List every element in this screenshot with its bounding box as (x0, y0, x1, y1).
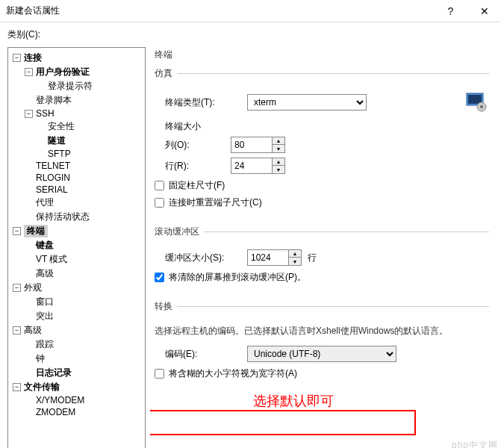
tree-auth[interactable]: 用户身份验证 (36, 66, 90, 78)
tree-adv[interactable]: 高级 (24, 324, 42, 337)
buffer-size-input[interactable] (247, 249, 289, 266)
tree-tunnel[interactable]: 隧道 (48, 134, 66, 147)
tree-proxy[interactable]: 代理 (36, 196, 54, 209)
tree-login-script[interactable]: 登录脚本 (36, 94, 72, 107)
spin-up-icon[interactable]: ▲ (289, 250, 301, 258)
translate-legend: 转换 (155, 300, 177, 313)
cols-label: 列(O): (165, 139, 231, 152)
cols-spinner[interactable]: ▲▼ (231, 137, 285, 153)
rows-input[interactable] (231, 158, 273, 174)
annotation-redbox (150, 410, 416, 435)
terminal-type-select[interactable]: xterm (247, 94, 367, 111)
spin-up-icon[interactable]: ▲ (273, 137, 284, 145)
window-title: 新建会话属性 (6, 4, 434, 17)
svg-point-3 (480, 105, 483, 108)
tree-toggle[interactable]: − (13, 284, 21, 292)
tree-filetransfer[interactable]: 文件传输 (24, 381, 60, 393)
tree-xymodem[interactable]: X/YMODEM (36, 395, 84, 405)
spin-up-icon[interactable]: ▲ (273, 158, 284, 166)
rows-label: 行(R): (165, 160, 231, 172)
tree-appearance[interactable]: 外观 (24, 281, 42, 294)
tree-telnet[interactable]: TELNET (36, 161, 70, 171)
tree-zmodem[interactable]: ZMODEM (36, 407, 75, 417)
ambiguous-wide-label: 将含糊的大小字符视为宽字符(A) (169, 367, 297, 380)
tree-logging[interactable]: 日志记录 (36, 367, 72, 379)
tree-toggle[interactable]: − (13, 326, 21, 335)
rows-spinner[interactable]: ▲▼ (231, 158, 285, 174)
encoding-select[interactable]: Unicode (UTF-8) (247, 346, 396, 362)
fixed-cols-label: 固定柱尺寸(F) (169, 179, 225, 192)
tree-highlight[interactable]: 突出 (36, 310, 54, 323)
cols-input[interactable] (231, 137, 273, 153)
scroll-legend: 滚动缓冲区 (155, 225, 204, 238)
tree-keepalive[interactable]: 保持活动状态 (36, 211, 90, 223)
reset-on-connect-checkbox[interactable] (155, 198, 164, 208)
terminal-size-label: 终端大小 (165, 120, 489, 133)
encoding-label: 编码(E): (165, 348, 247, 361)
push-clear-label: 将清除的屏幕推到滚动缓冲区(P)。 (169, 271, 306, 284)
category-label: 类别(C): (0, 22, 501, 44)
tree-security[interactable]: 安全性 (48, 120, 75, 133)
watermark: php中文网 (452, 439, 498, 448)
spin-down-icon[interactable]: ▼ (289, 258, 301, 265)
spin-down-icon[interactable]: ▼ (273, 166, 284, 173)
tree-toggle[interactable]: − (25, 68, 33, 76)
ambiguous-wide-checkbox[interactable] (155, 369, 164, 379)
tree-advanced[interactable]: 高级 (36, 267, 54, 280)
buffer-unit-label: 行 (308, 252, 317, 264)
terminal-icon (465, 90, 489, 114)
translate-desc: 选择远程主机的编码。已选择默认语言时Xshell使用Windows的默认语言。 (155, 325, 489, 337)
panel-title: 终端 (155, 49, 489, 61)
tree-ssh[interactable]: SSH (36, 108, 55, 119)
tree-serial[interactable]: SERIAL (36, 184, 68, 195)
category-tree[interactable]: −连接 −用户身份验证 登录提示符 登录脚本 −SSH 安全性 隧道 SFTP (7, 47, 146, 448)
spin-down-icon[interactable]: ▼ (273, 145, 284, 152)
help-button[interactable]: ? (434, 0, 467, 22)
push-clear-checkbox[interactable] (155, 273, 164, 282)
annotation-text: 选择默认即可 (253, 392, 334, 410)
tree-window[interactable]: 窗口 (36, 296, 54, 308)
tree-keyboard[interactable]: 键盘 (36, 239, 54, 252)
emulation-legend: 仿真 (155, 67, 177, 80)
terminal-type-label: 终端类型(T): (165, 96, 247, 109)
tree-sftp[interactable]: SFTP (48, 149, 71, 159)
tree-vtmode[interactable]: VT 模式 (36, 253, 67, 266)
buffer-size-label: 缓冲区大小(S): (165, 252, 247, 264)
tree-terminal[interactable]: 终端 (24, 225, 48, 237)
tree-trace[interactable]: 跟踪 (36, 338, 54, 351)
tree-rlogin[interactable]: RLOGIN (36, 172, 70, 183)
fixed-cols-checkbox[interactable] (155, 181, 164, 190)
tree-toggle[interactable]: − (13, 383, 21, 391)
tree-toggle[interactable]: − (25, 110, 33, 118)
tree-login-prompt[interactable]: 登录提示符 (48, 80, 93, 93)
tree-connection[interactable]: 连接 (24, 52, 42, 64)
tree-bell[interactable]: 钟 (36, 352, 45, 365)
tree-toggle[interactable]: − (13, 227, 21, 235)
reset-on-connect-label: 连接时重置端子尺寸(C) (169, 196, 262, 209)
close-button[interactable]: ✕ (467, 0, 501, 22)
buffer-size-spinner[interactable]: ▲▼ (247, 249, 302, 266)
tree-toggle[interactable]: − (13, 54, 21, 62)
